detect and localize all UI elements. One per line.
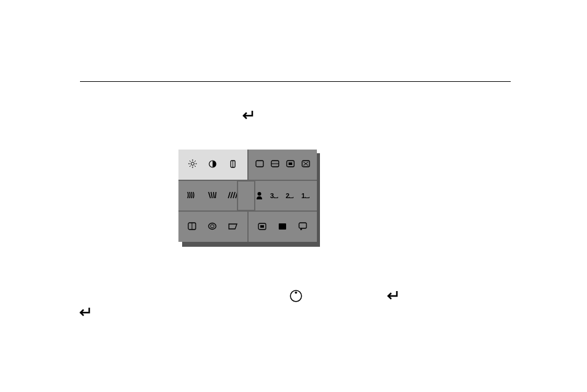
preset2-icon: 2⎵ (286, 193, 294, 199)
svg-line-8 (194, 161, 196, 162)
hsize-icon (255, 160, 264, 169)
info-icon (298, 222, 307, 231)
rotation-icon (188, 222, 196, 231)
brightness-icon (188, 159, 197, 169)
svg-point-0 (191, 162, 194, 166)
svg-point-20 (257, 192, 261, 196)
osd-move-icon (258, 223, 266, 231)
svg-point-30 (295, 292, 297, 294)
svg-point-24 (210, 225, 214, 228)
contrast-icon (209, 160, 217, 169)
svg-rect-12 (256, 161, 263, 167)
svg-rect-28 (299, 223, 306, 228)
preset3-icon: 3⎵ (270, 193, 278, 199)
language-icon (278, 223, 287, 231)
enter-icon (385, 291, 398, 303)
degauss-icon (228, 223, 238, 231)
enter-icon (240, 111, 254, 123)
osd-cell-misc-group[interactable] (178, 212, 249, 242)
svg-rect-26 (260, 225, 264, 228)
osd-center-connector (237, 180, 255, 211)
hposition-icon (228, 160, 238, 169)
pincushion-icon (187, 191, 198, 201)
user-icon (256, 191, 263, 201)
zoom-icon (301, 160, 310, 169)
osd-cell-brightness-group[interactable] (178, 150, 249, 180)
vposition-icon (271, 160, 279, 169)
enter-icon (77, 308, 90, 320)
svg-line-6 (194, 166, 196, 167)
moire-icon (208, 222, 217, 231)
preset1-icon: 1⎵ (301, 193, 309, 199)
svg-rect-16 (289, 162, 292, 165)
section-divider (80, 81, 511, 82)
dial-icon (289, 289, 303, 305)
osd-row (178, 150, 317, 181)
vsize-icon (286, 160, 295, 169)
osd-cell-color-group[interactable]: 3⎵ 2⎵ 1⎵ (249, 181, 317, 211)
osd-row (178, 212, 317, 242)
svg-rect-27 (279, 223, 286, 230)
svg-line-7 (190, 166, 191, 167)
trapezoid-icon (207, 191, 218, 201)
svg-line-5 (190, 161, 191, 162)
osd-menu: 3⎵ 2⎵ 1⎵ (178, 150, 320, 245)
osd-cell-size-group[interactable] (249, 150, 317, 180)
svg-point-23 (209, 223, 216, 230)
osd-cell-osd-group[interactable] (249, 212, 317, 242)
